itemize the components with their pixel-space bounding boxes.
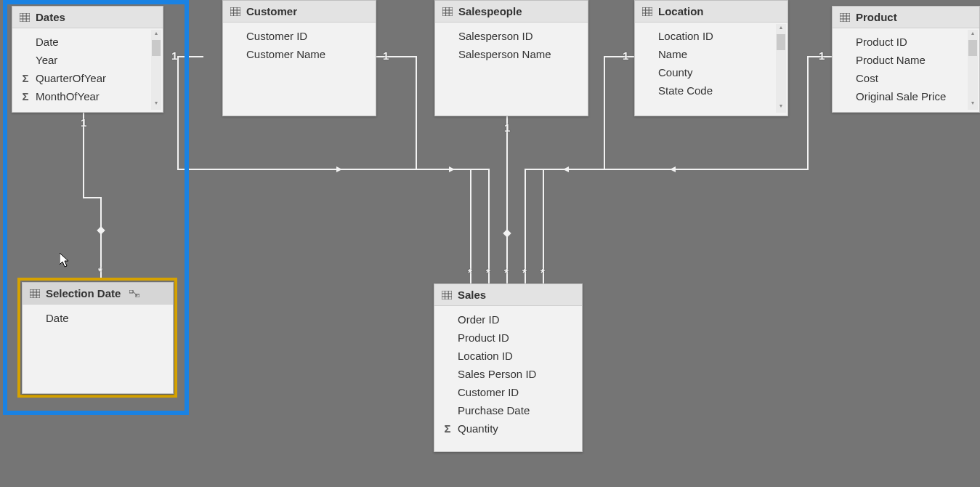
field-item[interactable]: ΣMonthOfYear: [12, 87, 163, 105]
field-item[interactable]: Date: [23, 309, 173, 327]
table-selection-date[interactable]: Selection Date Date: [22, 282, 174, 394]
table-icon: [840, 13, 850, 22]
table-title: Location: [658, 5, 704, 17]
table-salespeople[interactable]: Salespeople Salesperson ID Salesperson N…: [434, 0, 588, 116]
cursor-icon: [60, 253, 71, 269]
field-item[interactable]: Year: [12, 51, 163, 69]
field-item[interactable]: Product Name: [833, 51, 979, 69]
table-icon: [20, 13, 30, 22]
svg-rect-11: [230, 7, 240, 16]
field-list[interactable]: Salesperson ID Salesperson Name: [435, 23, 588, 68]
table-title: Dates: [36, 11, 65, 23]
svg-rect-26: [840, 13, 850, 22]
field-list[interactable]: Product ID Product Name Cost Original Sa…: [833, 28, 979, 111]
scroll-thumb[interactable]: [777, 34, 785, 50]
field-list[interactable]: Order ID Product ID Location ID Sales Pe…: [434, 306, 582, 442]
field-item[interactable]: Original Sale Price: [833, 87, 979, 105]
svg-rect-31: [30, 289, 40, 298]
svg-line-38: [133, 291, 137, 296]
table-header[interactable]: Dates: [12, 7, 163, 28]
cardinality-many: *: [486, 266, 490, 278]
table-title: Sales: [458, 289, 486, 301]
table-title: Product: [856, 11, 897, 23]
field-item[interactable]: Customer ID: [434, 383, 582, 401]
cardinality-many: *: [468, 266, 472, 278]
field-item[interactable]: Customer ID: [223, 27, 376, 45]
field-item[interactable]: Product ID: [434, 329, 582, 347]
table-icon: [230, 7, 240, 16]
field-item[interactable]: Name: [635, 45, 787, 63]
scroll-down-icon[interactable]: ▾: [776, 102, 786, 113]
table-title: Selection Date: [46, 287, 121, 299]
table-header[interactable]: Customer: [223, 1, 376, 23]
scrollbar[interactable]: ▴ ▾: [968, 30, 978, 110]
field-item[interactable]: Location ID: [434, 347, 582, 365]
scroll-up-icon[interactable]: ▴: [968, 30, 978, 40]
table-title: Customer: [246, 5, 297, 17]
svg-rect-3: [503, 229, 511, 237]
field-list[interactable]: Customer ID Customer Name: [223, 23, 376, 68]
scrollbar[interactable]: ▴ ▾: [776, 24, 786, 113]
svg-rect-39: [442, 291, 452, 299]
scroll-thumb[interactable]: [968, 40, 977, 56]
svg-marker-2: [449, 166, 455, 172]
table-icon: [442, 291, 452, 299]
field-item[interactable]: Product ID: [833, 33, 979, 51]
svg-rect-21: [642, 7, 652, 16]
cardinality-one: 1: [504, 121, 510, 134]
field-item[interactable]: Sales Person ID: [434, 365, 582, 383]
field-item[interactable]: Order ID: [434, 310, 582, 329]
field-item[interactable]: ΣQuantity: [434, 419, 582, 438]
table-icon: [642, 7, 652, 16]
cardinality-one: 1: [383, 49, 389, 62]
scroll-up-icon[interactable]: ▴: [151, 30, 161, 40]
field-list[interactable]: Date: [23, 305, 173, 331]
sigma-icon: Σ: [20, 72, 31, 84]
scrollbar[interactable]: ▴ ▾: [151, 30, 161, 110]
svg-marker-1: [336, 166, 342, 172]
cardinality-many: *: [504, 266, 509, 278]
cardinality-many: *: [98, 265, 102, 277]
field-item[interactable]: Cost: [833, 69, 979, 87]
field-item[interactable]: Customer Name: [223, 45, 376, 63]
field-item[interactable]: County: [635, 63, 787, 81]
table-product[interactable]: Product Product ID Product Name Cost Ori…: [832, 6, 980, 113]
table-dates[interactable]: Dates Date Year ΣQuarterOfYear ΣMonthOfY…: [12, 6, 163, 113]
scroll-down-icon[interactable]: ▾: [968, 100, 978, 110]
cardinality-one: 1: [171, 49, 177, 62]
field-item[interactable]: Date: [12, 33, 163, 51]
cardinality-many: *: [540, 266, 545, 278]
field-item[interactable]: ΣQuarterOfYear: [12, 69, 163, 87]
field-list[interactable]: Location ID Name County State Code ▴ ▾: [635, 23, 787, 114]
table-header[interactable]: Selection Date: [23, 283, 173, 305]
table-icon: [30, 289, 40, 298]
table-title: Salespeople: [458, 5, 522, 17]
svg-marker-5: [670, 166, 676, 172]
scroll-up-icon[interactable]: ▴: [776, 24, 786, 34]
svg-marker-4: [563, 166, 569, 172]
svg-rect-36: [129, 290, 133, 293]
field-item[interactable]: Purchase Date: [434, 401, 582, 419]
table-header[interactable]: Sales: [434, 284, 582, 306]
svg-rect-6: [20, 13, 30, 22]
field-item[interactable]: Location ID: [635, 27, 787, 45]
cardinality-one: 1: [623, 49, 628, 62]
table-location[interactable]: Location Location ID Name County State C…: [634, 0, 788, 116]
scroll-thumb[interactable]: [152, 40, 161, 56]
relationship-icon: [129, 290, 139, 297]
scroll-down-icon[interactable]: ▾: [151, 100, 161, 110]
table-header[interactable]: Salespeople: [435, 1, 588, 23]
field-item[interactable]: Salesperson ID: [435, 27, 588, 45]
field-item[interactable]: Salesperson Name: [435, 45, 588, 63]
cardinality-one: 1: [81, 116, 86, 129]
cardinality-many: *: [522, 266, 527, 278]
cardinality-one: 1: [819, 49, 825, 62]
table-customer[interactable]: Customer Customer ID Customer Name: [222, 0, 376, 116]
field-item[interactable]: State Code: [635, 81, 787, 100]
sigma-icon: Σ: [442, 422, 453, 435]
table-icon: [442, 7, 453, 16]
table-header[interactable]: Product: [833, 7, 979, 28]
table-sales[interactable]: Sales Order ID Product ID Location ID Sa…: [434, 283, 583, 452]
field-list[interactable]: Date Year ΣQuarterOfYear ΣMonthOfYear ▴ …: [12, 28, 163, 111]
table-header[interactable]: Location: [635, 1, 787, 23]
